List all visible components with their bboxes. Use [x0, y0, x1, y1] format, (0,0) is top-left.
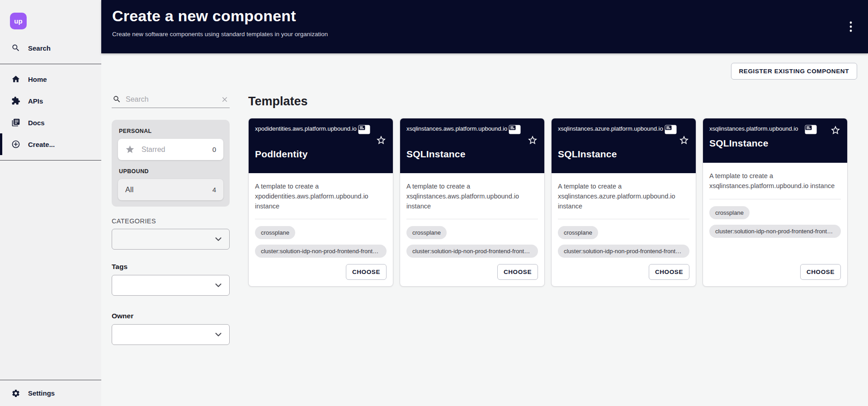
- filter-item-starred[interactable]: Starred 0: [118, 139, 223, 160]
- card-star-row: [255, 135, 387, 146]
- template-badge-icon: [805, 125, 817, 134]
- star-outline-icon: [376, 135, 387, 146]
- tag-chip[interactable]: crossplane: [406, 226, 447, 239]
- page-header: Create a new component Create new softwa…: [101, 0, 868, 53]
- chevron-down-icon: [213, 234, 223, 244]
- owner-select[interactable]: [112, 324, 230, 345]
- tag-chip[interactable]: cluster:solution-idp-non-prod-frontend-f…: [558, 245, 689, 258]
- template-title: SQLInstance: [558, 149, 689, 160]
- tags-select[interactable]: [112, 275, 230, 296]
- template-badge-icon: [665, 125, 677, 134]
- template-card-body: A template to create a xpodidentities.aw…: [249, 173, 393, 286]
- close-icon: [221, 95, 229, 104]
- card-header-row: xsqlinstances.platform.upbound.io: [709, 125, 841, 136]
- search-icon: [113, 95, 121, 104]
- template-card-body: A template to create a xsqlinstances.aws…: [400, 173, 544, 286]
- card-divider: [406, 219, 538, 219]
- content-row: PERSONAL Starred 0 UPBOUND All 4: [112, 83, 857, 345]
- card-divider: [709, 199, 841, 199]
- sidebar: up Search Home APIs Docs Create...: [0, 0, 101, 406]
- header-menu-button[interactable]: [844, 19, 857, 36]
- categories-select[interactable]: [112, 229, 230, 250]
- home-icon: [11, 75, 20, 84]
- template-card-body: A template to create a xsqlinstances.azu…: [552, 173, 696, 286]
- register-existing-component-button[interactable]: REGISTER EXISTING COMPONENT: [731, 63, 857, 80]
- tag-chip[interactable]: cluster:solution-idp-non-prod-frontend-f…: [406, 245, 538, 258]
- sidebar-item-create[interactable]: Create...: [0, 133, 101, 155]
- sidebar-item-label: Create...: [28, 141, 55, 148]
- page-title: Create a new component: [112, 7, 854, 25]
- tags-filter: Tags: [112, 263, 230, 296]
- toolbar: REGISTER EXISTING COMPONENT: [112, 63, 857, 80]
- template-badge-icon: [509, 125, 521, 134]
- template-title: SQLInstance: [406, 149, 538, 160]
- card-footer: CHOOSE: [406, 264, 538, 280]
- owner-filter: Owner: [112, 312, 230, 345]
- tag-chip[interactable]: crossplane: [709, 206, 750, 219]
- filter-item-all[interactable]: All 4: [118, 179, 223, 200]
- gear-icon: [11, 389, 20, 398]
- choose-button[interactable]: CHOOSE: [800, 264, 841, 280]
- favorite-star-button[interactable]: [376, 135, 387, 146]
- template-name: xsqlinstances.platform.upbound.io: [709, 125, 798, 133]
- sidebar-spacer: [0, 161, 101, 380]
- template-badge-icon: [358, 125, 370, 134]
- template-card: xsqlinstances.aws.platform.upbound.io SQ…: [400, 118, 545, 287]
- card-star-row: [406, 135, 538, 146]
- puzzle-icon: [11, 96, 20, 105]
- template-card-header: xsqlinstances.azure.platform.upbound.io …: [552, 118, 696, 173]
- tag-chip[interactable]: cluster:solution-idp-non-prod-frontend-f…: [709, 225, 841, 238]
- choose-button[interactable]: CHOOSE: [649, 264, 689, 280]
- search-input[interactable]: [126, 95, 216, 104]
- template-description: A template to create a xpodidentities.aw…: [255, 182, 387, 211]
- sidebar-divider: [0, 64, 101, 64]
- filter-panel: PERSONAL Starred 0 UPBOUND All 4: [112, 120, 230, 207]
- tag-chip[interactable]: crossplane: [558, 226, 598, 239]
- all-count: 4: [212, 186, 216, 194]
- chevron-down-icon: [213, 330, 223, 340]
- template-description: A template to create a xsqlinstances.aws…: [406, 182, 538, 211]
- starred-count: 0: [212, 146, 216, 153]
- card-footer: CHOOSE: [558, 264, 689, 280]
- upbound-section-label: UPBOUND: [119, 168, 223, 175]
- filter-column: PERSONAL Starred 0 UPBOUND All 4: [112, 83, 230, 345]
- card-footer: CHOOSE: [255, 264, 387, 280]
- template-card: xpodidentities.aws.platform.upbound.io P…: [248, 118, 393, 287]
- template-name: xsqlinstances.aws.platform.upbound.io: [406, 125, 507, 133]
- card-header-row: xsqlinstances.azure.platform.upbound.io: [558, 125, 689, 134]
- template-search-field[interactable]: [112, 92, 230, 108]
- sidebar-item-settings[interactable]: Settings: [0, 380, 101, 406]
- upbound-logo[interactable]: up: [10, 13, 27, 29]
- kebab-vertical-icon: [846, 21, 855, 33]
- choose-button[interactable]: CHOOSE: [497, 264, 538, 280]
- page-subtitle: Create new software components using sta…: [112, 31, 854, 38]
- template-name: xpodidentities.aws.platform.upbound.io: [255, 125, 357, 133]
- tag-chip[interactable]: cluster:solution-idp-non-prod-frontend-f…: [255, 245, 387, 258]
- content: REGISTER EXISTING COMPONENT PERSONAL: [101, 53, 868, 406]
- template-card: xsqlinstances.azure.platform.upbound.io …: [551, 118, 696, 287]
- card-footer: CHOOSE: [709, 264, 841, 280]
- tag-chip[interactable]: crossplane: [255, 226, 295, 239]
- sidebar-item-home[interactable]: Home: [0, 68, 101, 90]
- sidebar-item-apis[interactable]: APIs: [0, 90, 101, 112]
- template-description: A template to create a xsqlinstances.azu…: [558, 182, 689, 211]
- choose-button[interactable]: CHOOSE: [346, 264, 387, 280]
- tags-label: Tags: [112, 263, 230, 271]
- personal-section-label: PERSONAL: [119, 128, 223, 134]
- plus-circle-icon: [11, 140, 20, 149]
- favorite-star-button[interactable]: [830, 125, 841, 136]
- sidebar-item-label: Home: [28, 76, 47, 83]
- card-divider: [255, 219, 387, 219]
- favorite-star-button[interactable]: [679, 135, 689, 146]
- favorite-star-button[interactable]: [527, 135, 538, 146]
- sidebar-item-search[interactable]: Search: [0, 37, 101, 59]
- filter-item-label: Starred: [142, 146, 165, 154]
- template-card-header: xsqlinstances.aws.platform.upbound.io SQ…: [400, 118, 544, 173]
- star-icon: [125, 145, 135, 154]
- categories-label: CATEGORIES: [112, 217, 230, 225]
- template-cards-grid: xpodidentities.aws.platform.upbound.io P…: [248, 118, 848, 287]
- template-title: PodIdentity: [255, 149, 387, 160]
- sidebar-item-docs[interactable]: Docs: [0, 112, 101, 133]
- clear-search-button[interactable]: [221, 95, 229, 104]
- search-icon: [11, 43, 20, 52]
